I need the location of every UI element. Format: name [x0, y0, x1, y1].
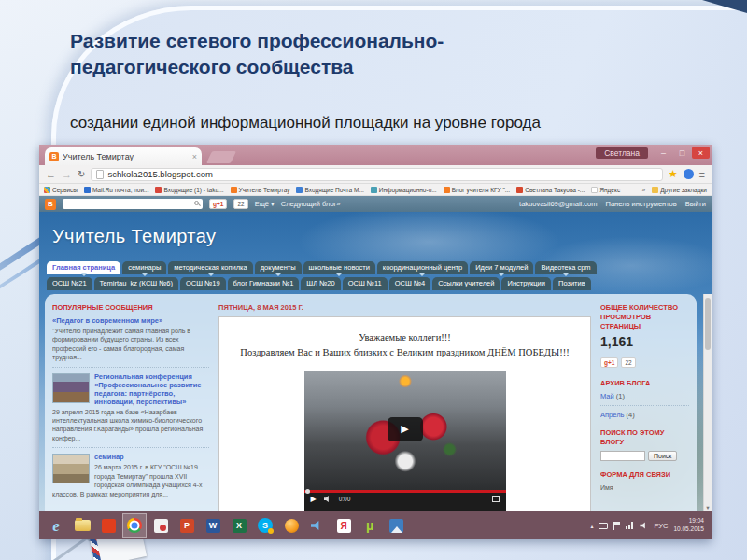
- blog-tab[interactable]: ОСШ №19: [180, 277, 226, 290]
- blog-search-button[interactable]: Поиск: [648, 451, 677, 461]
- extension-icon[interactable]: [684, 169, 694, 179]
- taskbar-paint-button[interactable]: [148, 513, 173, 538]
- bookmark-item[interactable]: Яндекс: [591, 187, 620, 193]
- menu-icon[interactable]: ≡: [699, 169, 705, 180]
- navbar-more-menu[interactable]: Ещё ▾: [255, 200, 275, 208]
- taskbar-excel-button[interactable]: X: [227, 513, 251, 538]
- taskbar-chrome-button[interactable]: [122, 513, 147, 538]
- other-bookmarks[interactable]: Другие закладки: [652, 187, 707, 193]
- video-progress-bar[interactable]: [304, 490, 506, 493]
- blogger-logo-icon[interactable]: B: [45, 199, 56, 210]
- blog-tab[interactable]: ШЛ №20: [301, 277, 340, 290]
- action-center-icon[interactable]: [613, 522, 620, 530]
- page-scrollbar[interactable]: ▼: [703, 294, 712, 511]
- word-icon: W: [206, 519, 220, 533]
- video-player[interactable]: ▶ ▶ 0:00: [304, 371, 506, 511]
- gplus-button[interactable]: g+1: [209, 199, 227, 209]
- post-thumbnail[interactable]: [52, 373, 90, 403]
- popular-post-link[interactable]: «Педагог в современном мире»: [52, 316, 209, 325]
- clock[interactable]: 19:04 10.05.2015: [673, 517, 704, 534]
- bookmark-label: Mail.Ru почта, пои...: [92, 187, 149, 193]
- fullscreen-icon[interactable]: [492, 496, 500, 502]
- blog-tab[interactable]: семинары: [122, 261, 166, 274]
- blog-tab[interactable]: ОСШ №21: [47, 277, 92, 290]
- monitor-tray-icon[interactable]: [599, 523, 608, 529]
- browser-tab[interactable]: B Учитель Темиртау ×: [45, 147, 202, 165]
- bookmark-item[interactable]: Сервисы: [44, 187, 78, 193]
- archive-link[interactable]: Апрель (4): [600, 411, 689, 419]
- chrome-profile-badge[interactable]: Светлана: [596, 147, 648, 159]
- blog-tab[interactable]: Ссылки учителей: [432, 277, 500, 290]
- forward-icon[interactable]: →: [62, 169, 72, 180]
- bookmarks-overflow-icon[interactable]: »: [642, 187, 646, 193]
- archive-month: Апрель: [600, 411, 624, 419]
- bookmark-item[interactable]: Светлана Такуова -...: [516, 187, 585, 193]
- blog-tab[interactable]: Позитив: [553, 277, 591, 290]
- blog-tab[interactable]: Видеотека cpm: [535, 261, 596, 274]
- taskbar-explorer-button[interactable]: [70, 513, 94, 538]
- network-bars-icon[interactable]: [626, 522, 634, 529]
- mail-icon: [296, 187, 303, 193]
- video-play-overlay[interactable]: ▶: [388, 417, 423, 441]
- folder-icon: [652, 187, 658, 193]
- archive-link[interactable]: Май (1): [600, 392, 689, 400]
- sign-out-link[interactable]: Выйти: [685, 200, 706, 208]
- bookmark-item[interactable]: Входящие Почта М...: [296, 187, 363, 193]
- hidden-icons-chevron[interactable]: ▴: [590, 523, 593, 529]
- blog-tab[interactable]: Инструкции: [501, 277, 551, 290]
- blog-right-sidebar: ОБЩЕЕ КОЛИЧЕСТВО ПРОСМОТРОВ СТРАНИЦЫ 1,1…: [600, 301, 689, 511]
- scrollbar-down-icon[interactable]: ▼: [704, 505, 712, 511]
- restore-button[interactable]: □: [673, 147, 691, 159]
- speaker-icon: [311, 520, 324, 531]
- divider: [52, 367, 209, 368]
- scrollbar-thumb[interactable]: [705, 298, 711, 350]
- reload-icon[interactable]: ↻: [78, 169, 85, 179]
- new-tab-button[interactable]: [206, 151, 236, 163]
- video-play-icon[interactable]: ▶: [311, 496, 317, 503]
- blog-tab-home[interactable]: Главная страница: [47, 261, 120, 274]
- tab-title: Учитель Темиртау: [63, 152, 134, 161]
- blog-search-input[interactable]: [600, 451, 645, 461]
- blog-tab[interactable]: Идеи 7 модулей: [470, 261, 533, 274]
- toolbar-panel-link[interactable]: Панель инструментов: [606, 200, 677, 208]
- taskbar-yandex-button[interactable]: Я: [331, 513, 356, 538]
- taskbar-office-button[interactable]: [96, 513, 120, 538]
- back-icon[interactable]: ←: [46, 169, 56, 180]
- minimize-button[interactable]: –: [655, 147, 672, 159]
- taskbar-powerpoint-button[interactable]: P: [175, 513, 199, 538]
- blog-tab[interactable]: ОСШ №11: [343, 277, 388, 290]
- language-indicator[interactable]: РУС: [654, 522, 668, 530]
- close-button[interactable]: ×: [692, 147, 710, 159]
- blog-tab[interactable]: блог Гимназии №1: [228, 277, 300, 290]
- address-bar[interactable]: schkola2015.blogspot.com: [91, 168, 662, 181]
- blog-tab[interactable]: ОСШ №4: [389, 277, 430, 290]
- blog-nav-row-1: Главная страница семинары методическая к…: [47, 261, 597, 274]
- blog-tab[interactable]: Temirtau_kz (КСШ №6): [94, 277, 178, 290]
- post-thumbnail[interactable]: [52, 454, 90, 483]
- gplus-button[interactable]: g+1: [600, 357, 618, 368]
- bookmark-label: Светлана Такуова -...: [525, 187, 585, 193]
- bookmark-item[interactable]: Блог учителя КГУ "...: [444, 187, 511, 193]
- account-email[interactable]: takuovasil69@gmail.com: [519, 200, 597, 208]
- taskbar-ie-button[interactable]: e: [44, 513, 68, 538]
- bookmark-item[interactable]: Информационно-о...: [371, 187, 437, 193]
- bookmark-item[interactable]: Учитель Темиртау: [231, 187, 290, 193]
- bookmark-item[interactable]: Входящие (1) - taku...: [155, 187, 223, 193]
- volume-icon[interactable]: [324, 496, 331, 502]
- taskbar-photos-button[interactable]: [384, 513, 408, 538]
- blog-tab[interactable]: координационный центр: [377, 261, 468, 274]
- blog-tab[interactable]: документы: [255, 261, 302, 274]
- blog-tab[interactable]: методическая копилка: [168, 261, 252, 274]
- bookmark-star-icon[interactable]: ★: [669, 168, 678, 180]
- next-blog-link[interactable]: Следующий блог»: [281, 200, 341, 208]
- volume-tray-icon[interactable]: [640, 522, 648, 529]
- tab-close-icon[interactable]: ×: [192, 152, 197, 161]
- taskbar-word-button[interactable]: W: [201, 513, 225, 538]
- blog-tab[interactable]: школьные новости: [303, 261, 375, 274]
- bookmark-item[interactable]: Mail.Ru почта, пои...: [84, 187, 149, 193]
- taskbar-app-button[interactable]: [279, 513, 303, 538]
- taskbar-utorrent-button[interactable]: µ: [358, 513, 382, 538]
- taskbar-skype-button[interactable]: S: [253, 513, 277, 538]
- taskbar-volume-button[interactable]: [305, 513, 330, 538]
- blogger-search-input[interactable]: [63, 199, 203, 209]
